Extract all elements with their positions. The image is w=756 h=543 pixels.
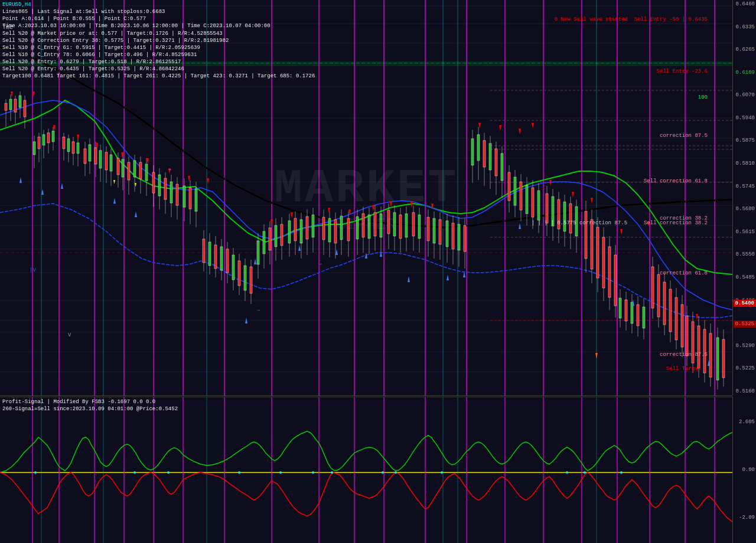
svg-rect-89 [99, 151, 102, 168]
price-6335: 0.6335 [733, 24, 756, 30]
osc-2605: 2.605 [733, 419, 756, 425]
svg-rect-245 [591, 220, 593, 269]
svg-rect-209 [477, 135, 480, 161]
svg-rect-147 [275, 225, 277, 247]
svg-marker-329 [380, 251, 382, 257]
svg-rect-225 [526, 185, 528, 214]
svg-point-373 [133, 471, 136, 473]
svg-rect-173 [362, 214, 364, 237]
price-6189: 0.6189 [733, 70, 756, 76]
svg-rect-193 [427, 217, 429, 241]
price-5550: 0.5550 [733, 251, 756, 257]
svg-marker-320 [41, 189, 44, 195]
sell-target-price-tag: 0.5325 [734, 320, 756, 328]
svg-rect-163 [328, 218, 331, 242]
svg-marker-322 [113, 198, 116, 204]
svg-rect-63 [24, 100, 26, 117]
svg-rect-203 [458, 224, 460, 250]
svg-point-375 [238, 471, 240, 473]
svg-marker-323 [135, 211, 137, 217]
price-6265: 0.6265 [733, 47, 756, 53]
svg-rect-223 [520, 182, 522, 210]
svg-marker-309 [499, 125, 501, 131]
svg-rect-205 [464, 225, 466, 251]
price-5745: 0.5745 [733, 184, 756, 189]
price-6460: 0.6460 [733, 1, 756, 7]
svg-point-376 [279, 471, 282, 473]
svg-rect-101 [133, 161, 136, 177]
svg-rect-227 [532, 188, 534, 217]
svg-rect-131 [226, 249, 229, 273]
svg-rect-99 [128, 162, 130, 180]
svg-rect-289 [722, 339, 725, 378]
svg-rect-141 [257, 241, 259, 264]
svg-point-382 [566, 471, 568, 473]
svg-rect-255 [619, 298, 621, 318]
svg-rect-251 [608, 247, 611, 297]
svg-rect-281 [698, 326, 700, 368]
svg-marker-302 [328, 208, 330, 214]
svg-marker-333 [519, 223, 521, 229]
svg-marker-308 [478, 123, 481, 129]
svg-rect-267 [657, 274, 660, 317]
svg-rect-77 [67, 139, 70, 152]
main-chart: MARKET CIPHER [0, 0, 732, 395]
svg-rect-139 [250, 267, 252, 293]
svg-marker-313 [572, 192, 574, 198]
svg-rect-59 [14, 99, 17, 112]
svg-rect-283 [703, 329, 706, 373]
svg-rect-247 [597, 227, 599, 278]
svg-rect-57 [9, 99, 12, 110]
svg-rect-287 [716, 338, 719, 380]
svg-rect-87 [94, 148, 97, 164]
svg-marker-315 [620, 229, 623, 235]
svg-text:→: → [257, 308, 260, 313]
svg-point-384 [620, 471, 623, 473]
svg-rect-149 [281, 224, 283, 246]
svg-rect-85 [89, 145, 91, 161]
svg-rect-153 [294, 218, 296, 241]
svg-rect-55 [5, 103, 7, 110]
svg-rect-265 [651, 267, 654, 308]
svg-rect-257 [625, 300, 627, 321]
svg-rect-253 [614, 255, 617, 306]
svg-rect-107 [152, 172, 155, 193]
svg-marker-325 [254, 259, 256, 264]
svg-marker-327 [335, 249, 338, 255]
svg-rect-93 [110, 155, 112, 171]
svg-rect-243 [585, 211, 587, 259]
svg-rect-123 [203, 239, 205, 263]
price-axis: 0.6460 0.6335 0.6265 0.6189 0.6070 0.594… [732, 0, 756, 395]
svg-rect-67 [38, 137, 40, 149]
svg-rect-279 [692, 322, 694, 363]
svg-rect-195 [433, 218, 435, 243]
svg-rect-221 [514, 177, 516, 205]
svg-rect-213 [489, 143, 491, 170]
svg-rect-275 [681, 305, 683, 347]
svg-rect-269 [663, 282, 666, 325]
svg-rect-69 [43, 135, 45, 145]
main-chart-svg: | | | | 0.5775 correction 87.5 |V V → → … [0, 0, 732, 395]
price-5680: 0.5680 [733, 206, 756, 212]
svg-rect-121 [195, 189, 197, 211]
svg-point-381 [441, 471, 443, 473]
svg-marker-318 [595, 353, 598, 359]
svg-marker-298 [188, 176, 190, 182]
svg-text:→: → [168, 167, 171, 172]
svg-rect-191 [418, 215, 421, 238]
svg-rect-97 [122, 159, 124, 177]
svg-rect-127 [214, 245, 217, 269]
svg-rect-263 [643, 307, 645, 328]
svg-rect-207 [471, 139, 474, 165]
svg-rect-179 [380, 214, 382, 237]
svg-rect-161 [322, 217, 325, 240]
svg-marker-319 [19, 177, 22, 183]
svg-marker-306 [410, 202, 413, 208]
svg-rect-145 [269, 228, 271, 250]
svg-marker-321 [61, 183, 63, 189]
svg-point-377 [312, 471, 314, 473]
tme-label: Tme [2, 24, 13, 31]
osc-neg209: -2.09 [733, 515, 756, 521]
svg-rect-129 [220, 247, 223, 270]
svg-point-379 [382, 471, 384, 473]
